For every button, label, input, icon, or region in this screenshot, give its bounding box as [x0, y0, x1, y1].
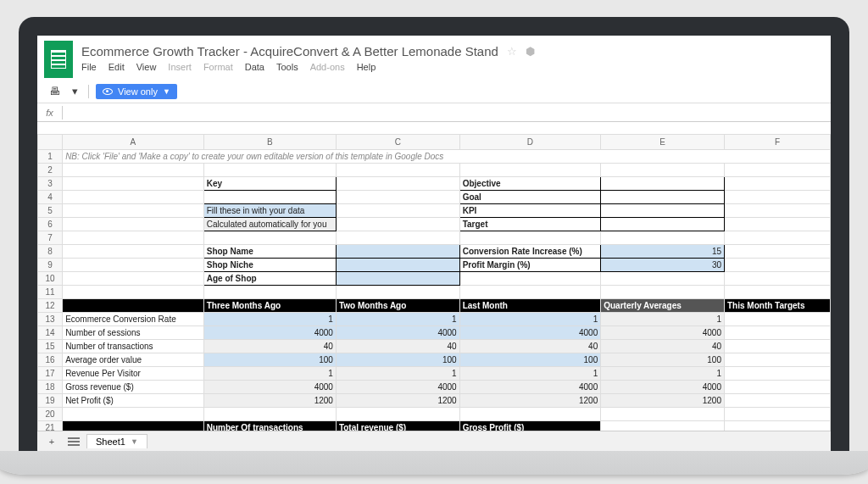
row-17[interactable]: 17 — [38, 367, 63, 381]
thdr-numtrans[interactable]: Number Of transactions — [203, 421, 336, 431]
cell-kpi[interactable]: KPI — [459, 204, 601, 218]
cell[interactable]: 1200 — [459, 394, 601, 408]
cell[interactable]: 1 — [203, 367, 336, 381]
cell[interactable]: 1200 — [336, 394, 459, 408]
row-7[interactable]: 7 — [38, 231, 63, 245]
cell[interactable]: 100 — [459, 353, 601, 367]
metric-ecr[interactable]: Ecommerce Conversion Rate — [63, 313, 204, 326]
cell[interactable]: 40 — [203, 340, 336, 353]
row-10[interactable]: 10 — [38, 272, 63, 286]
row-12[interactable]: 12 — [38, 299, 63, 313]
cell-shop-niche[interactable]: Shop Niche — [203, 259, 336, 272]
cell-conv-val[interactable]: 15 — [601, 245, 725, 259]
cell[interactable]: 1200 — [203, 394, 336, 408]
hdr-targets[interactable]: This Month Targets — [725, 299, 831, 313]
hdr-3mo[interactable]: Three Months Ago — [203, 299, 336, 313]
menu-help[interactable]: Help — [357, 62, 376, 72]
col-E[interactable]: E — [601, 135, 725, 150]
metric-gross[interactable]: Gross revenue ($) — [63, 381, 204, 394]
view-only-button[interactable]: View only▼ — [96, 84, 177, 99]
row-13[interactable]: 13 — [38, 313, 63, 326]
row-8[interactable]: 8 — [38, 245, 63, 259]
cell[interactable]: 40 — [459, 340, 601, 353]
cell-calc-hint[interactable]: Calculated automatically for you — [203, 218, 336, 231]
filter-icon[interactable]: ▾ — [69, 83, 81, 99]
cell-goal[interactable]: Goal — [459, 191, 601, 204]
row-11[interactable]: 11 — [38, 286, 63, 299]
metric-aov[interactable]: Average order value — [63, 353, 204, 367]
cell[interactable]: 40 — [336, 340, 459, 353]
cell-conv-rate[interactable]: Conversion Rate Increase (%) — [459, 245, 601, 259]
cell[interactable]: 4000 — [601, 381, 725, 394]
cell[interactable]: 1 — [601, 313, 725, 326]
cell[interactable]: 4000 — [203, 381, 336, 394]
cell-age-shop[interactable]: Age of Shop — [203, 272, 336, 286]
add-sheet-icon[interactable]: + — [42, 434, 61, 449]
cell[interactable]: 1 — [203, 313, 336, 326]
row-6[interactable]: 6 — [38, 218, 63, 231]
document-title[interactable]: Ecommerce Growth Tracker - AcquireConver… — [81, 44, 498, 58]
sheet-tab[interactable]: Sheet1▼ — [86, 434, 147, 448]
row-9[interactable]: 9 — [38, 259, 63, 272]
cell-target[interactable]: Target — [459, 218, 601, 231]
menu-tools[interactable]: Tools — [276, 62, 298, 72]
cell[interactable]: 100 — [601, 353, 725, 367]
cell[interactable]: 4000 — [601, 326, 725, 340]
print-icon[interactable]: 🖶 — [46, 83, 64, 99]
metric-sessions[interactable]: Number of sessions — [63, 326, 204, 340]
row-1[interactable]: 1 — [38, 150, 63, 164]
menu-edit[interactable]: Edit — [108, 62, 125, 72]
cell[interactable]: 40 — [601, 340, 725, 353]
spreadsheet-grid[interactable]: A B C D E F 1NB: Click 'File' and 'Make … — [37, 134, 831, 431]
cell-profit-margin[interactable]: Profit Margin (%) — [459, 259, 601, 272]
cell[interactable]: 4000 — [203, 326, 336, 340]
cell[interactable]: 100 — [203, 353, 336, 367]
cell-objective[interactable]: Objective — [459, 177, 601, 191]
cell[interactable]: 1 — [459, 313, 601, 326]
cell-fill-hint[interactable]: Fill these in with your data — [203, 204, 336, 218]
thdr-totalrev[interactable]: Total revenue ($) — [336, 421, 459, 431]
cell-shop-name[interactable]: Shop Name — [203, 245, 336, 259]
row-19[interactable]: 19 — [38, 394, 63, 408]
share-icon[interactable]: ⬢ — [526, 45, 535, 58]
row-18[interactable]: 18 — [38, 381, 63, 394]
cell[interactable]: 1 — [336, 367, 459, 381]
row-21[interactable]: 21 — [38, 421, 63, 431]
metric-rpv[interactable]: Revenue Per Visitor — [63, 367, 204, 381]
cell[interactable]: 1 — [459, 367, 601, 381]
select-all[interactable] — [38, 135, 63, 150]
row-3[interactable]: 3 — [38, 177, 63, 191]
cell[interactable]: 1 — [336, 313, 459, 326]
cell-note[interactable]: NB: Click 'File' and 'Make a copy' to cr… — [63, 150, 831, 164]
cell[interactable]: 4000 — [459, 326, 601, 340]
row-2[interactable]: 2 — [38, 164, 63, 177]
cell[interactable]: 4000 — [459, 381, 601, 394]
menu-data[interactable]: Data — [245, 62, 264, 72]
cell-key[interactable]: Key — [203, 177, 336, 191]
cell[interactable]: 100 — [336, 353, 459, 367]
col-A[interactable]: A — [63, 135, 204, 150]
col-F[interactable]: F — [725, 135, 831, 150]
all-sheets-icon[interactable] — [64, 434, 83, 449]
row-5[interactable]: 5 — [38, 204, 63, 218]
metric-net[interactable]: Net Profit ($) — [63, 394, 204, 408]
thdr-grossprofit[interactable]: Gross Profit ($) — [459, 421, 601, 431]
row-14[interactable]: 14 — [38, 326, 63, 340]
col-D[interactable]: D — [459, 135, 601, 150]
col-C[interactable]: C — [336, 135, 459, 150]
col-B[interactable]: B — [203, 135, 336, 150]
menu-file[interactable]: File — [81, 62, 97, 72]
star-icon[interactable]: ☆ — [507, 45, 517, 58]
row-4[interactable]: 4 — [38, 191, 63, 204]
cell-margin-val[interactable]: 30 — [601, 259, 725, 272]
row-15[interactable]: 15 — [38, 340, 63, 353]
cell[interactable]: 4000 — [336, 326, 459, 340]
row-16[interactable]: 16 — [38, 353, 63, 367]
cell[interactable]: 1200 — [601, 394, 725, 408]
cell[interactable]: 4000 — [336, 381, 459, 394]
cell[interactable]: 1 — [601, 367, 725, 381]
hdr-last[interactable]: Last Month — [459, 299, 601, 313]
row-20[interactable]: 20 — [38, 408, 63, 421]
hdr-qavg[interactable]: Quarterly Averages — [601, 299, 725, 313]
hdr-2mo[interactable]: Two Months Ago — [336, 299, 459, 313]
